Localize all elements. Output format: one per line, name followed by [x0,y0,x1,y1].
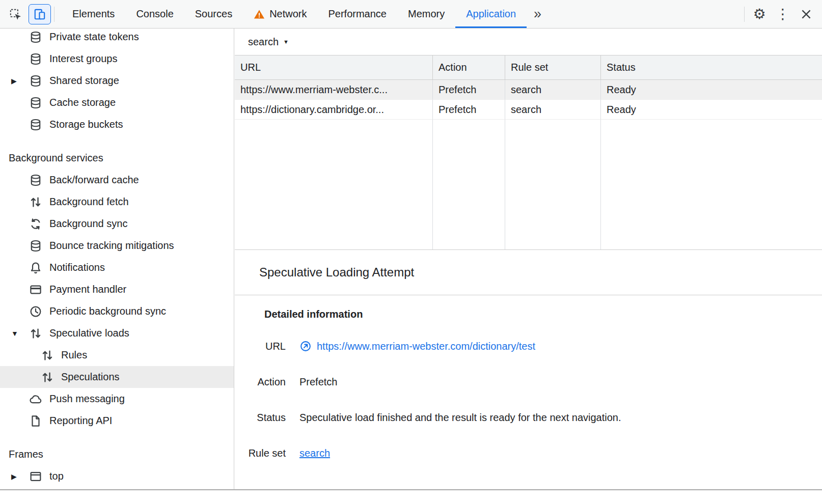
speculations-table: URLActionRule setStatushttps://www.merri… [235,55,822,250]
column-header-url[interactable]: URL [235,55,433,80]
table-cell[interactable]: Ready [601,100,822,120]
sidebar-item-speculative-loads[interactable]: ▼Speculative loads [0,322,234,344]
speculative-loading-attempt-title: Speculative Loading Attempt [259,265,414,279]
column-header-status[interactable]: Status [601,55,822,80]
table-cell[interactable]: search [505,80,601,100]
table-cell[interactable]: https://www.merriam-webster.c... [235,80,433,100]
detail-field-text: Speculative load finished and the result… [299,412,621,424]
tab-label: Sources [195,8,232,20]
toggle-device-toolbar-button[interactable] [29,4,51,24]
table-filler [505,120,601,249]
sidebar-item-storage-buckets[interactable]: Storage buckets [0,114,234,135]
sidebar-item-label: Private state tokens [49,31,139,43]
sync-icon [29,217,42,231]
sidebar-item-label: Cache storage [49,97,116,108]
detail-field-status: StatusSpeculative load finished and the … [244,400,810,435]
sidebar-item-notifications[interactable]: Notifications [0,257,234,278]
database-icon [29,96,42,109]
column-header-rule-set[interactable]: Rule set [505,55,601,80]
detail-field-label: Status [244,412,286,424]
tab-elements[interactable]: Elements [62,0,125,28]
sidebar-item-payment-handler[interactable]: Payment handler [0,278,234,300]
tab-label: Network [269,8,307,20]
sidebar-item-speculations[interactable]: Speculations [0,366,234,388]
kebab-menu-icon: ⋮ [776,7,790,21]
sidebar-item-back-forward-cache[interactable]: Back/forward cache [0,169,234,191]
bell-icon [29,261,42,274]
updown-arrows-icon [41,349,54,362]
sidebar-section-frames: Frames [0,443,234,465]
sidebar-item-cache-storage[interactable]: Cache storage [0,92,234,114]
database-icon [29,74,42,88]
table-cell[interactable]: https://dictionary.cambridge.or... [235,100,433,120]
tab-label: Memory [408,8,445,20]
sidebar-item-reporting-api[interactable]: Reporting API [0,410,234,432]
file-icon [29,414,42,428]
tab-network[interactable]: Network [243,0,317,28]
expander-collapsed-icon: ▶ [0,472,29,481]
tab-sources[interactable]: Sources [184,0,243,28]
database-icon [29,174,42,187]
database-icon [29,118,42,131]
sidebar-item-periodic-background-sync[interactable]: Periodic background sync [0,300,234,322]
sidebar-item-top[interactable]: ▶top [0,465,234,487]
detail-field-label: URL [244,341,286,352]
table-cell[interactable]: Prefetch [433,100,505,120]
detail-url-link[interactable]: https://www.merriam-webster.com/dictiona… [317,341,535,352]
payment-card-icon [29,283,42,296]
table-cell[interactable]: Prefetch [433,80,505,100]
detail-ruleset-link[interactable]: search [299,447,330,459]
detailed-information-title: Detailed information [264,309,810,320]
table-cell[interactable]: search [505,100,601,120]
sidebar-item-background-fetch[interactable]: Background fetch [0,191,234,213]
updown-arrows-icon [41,371,54,384]
sidebar-item-label: Storage buckets [49,119,123,130]
sidebar-item-push-messaging[interactable]: Push messaging [0,388,234,410]
tab-application[interactable]: Application [455,0,527,28]
sidebar-item-private-state-tokens[interactable]: Private state tokens [0,29,234,48]
sidebar-item-label: Notifications [49,262,105,273]
close-devtools-button[interactable] [794,4,818,25]
database-icon [29,239,42,253]
detail-section: Detailed information URLhttps://www.merr… [235,295,822,471]
ruleset-filter-label: search [248,36,279,48]
toolbar-right: ⚙ ⋮ [741,0,822,28]
application-sidebar: Private state tokensInterest groups▶Shar… [0,29,234,489]
more-options-button[interactable]: ⋮ [771,4,794,25]
tab-console[interactable]: Console [125,0,184,28]
table-cell[interactable]: Ready [601,80,822,100]
sidebar-item-label: Push messaging [49,393,125,405]
more-tabs-button[interactable]: » [527,6,549,22]
updown-arrows-icon [29,327,42,340]
tab-performance[interactable]: Performance [318,0,398,28]
settings-gear-button[interactable]: ⚙ [748,4,771,25]
sidebar-item-label: Interest groups [49,53,117,65]
speculations-panel: search ▼ URLActionRule setStatushttps://… [235,29,822,489]
sidebar-item-label: Background fetch [49,196,129,208]
sidebar-section-background-services: Background services [0,147,234,169]
sidebar-item-interest-groups[interactable]: Interest groups [0,48,234,70]
expander-expanded-icon: ▼ [0,329,29,338]
database-icon [29,52,42,66]
sidebar-item-shared-storage[interactable]: ▶Shared storage [0,70,234,92]
dropdown-caret-icon: ▼ [283,39,289,45]
ruleset-filter-dropdown[interactable]: search ▼ [248,36,289,48]
cloud-icon [29,393,42,406]
inspect-element-button[interactable] [4,4,26,24]
column-header-action[interactable]: Action [433,55,505,80]
sidebar-item-bounce-tracking-mitigations[interactable]: Bounce tracking mitigations [0,235,234,257]
detail-field-action: ActionPrefetch [244,364,810,400]
updown-arrows-icon [29,195,42,209]
detail-field-value: https://www.merriam-webster.com/dictiona… [299,340,535,352]
tab-label: Elements [72,8,115,20]
table-filler [433,120,505,249]
detail-field-rule-set: Rule setsearch [244,435,810,471]
sidebar-item-rules[interactable]: Rules [0,344,234,366]
expander-collapsed-icon: ▶ [0,77,29,85]
tab-memory[interactable]: Memory [397,0,455,28]
sidebar-item-background-sync[interactable]: Background sync [0,213,234,235]
sidebar-item-label: Bounce tracking mitigations [49,240,174,251]
sidebar-item-label: Speculations [61,371,120,383]
main-toolbar: ElementsConsoleSourcesNetworkPerformance… [0,0,822,29]
tab-label: Console [136,8,173,20]
